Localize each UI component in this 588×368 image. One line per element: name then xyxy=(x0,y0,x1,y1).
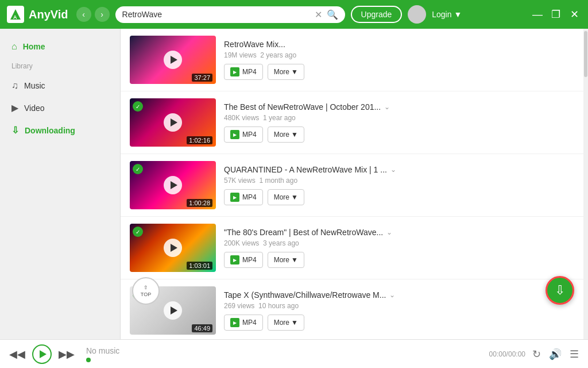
video-meta-4: 200K views 3 years ago xyxy=(224,239,574,247)
bottom-player: ◀◀ ▶▶ No music 00:00/00:00 ↻ 🔊 ☰ xyxy=(0,339,588,368)
thumbnail-2[interactable]: ✓ 1:02:16 xyxy=(130,98,216,147)
sidebar-item-music[interactable]: ♫ Music xyxy=(0,75,120,97)
sidebar-home-label: Home xyxy=(23,42,45,51)
mp4-button-2[interactable]: ▶ MP4 xyxy=(224,126,263,143)
video-title-4: "The 80's Dream" | Best of NewRetroWave.… xyxy=(224,228,383,237)
scroll-top-button[interactable]: ⇧ TOP xyxy=(132,277,160,305)
minimize-button[interactable]: — xyxy=(531,7,544,21)
video-icon: ▶ xyxy=(11,102,18,113)
expand-arrow-2[interactable]: ⌄ xyxy=(384,103,390,111)
video-actions-3: ▶ MP4 More ▼ xyxy=(224,189,574,205)
sidebar: ⌂ Home Library ♫ Music ▶ Video ⇩ Downloa… xyxy=(0,29,121,339)
app-logo: A AnyVid xyxy=(7,6,68,23)
mp4-button-5[interactable]: ▶ MP4 xyxy=(224,315,263,331)
video-actions-2: ▶ MP4 More ▼ xyxy=(224,126,574,143)
expand-arrow-5[interactable]: ⌄ xyxy=(389,291,395,299)
top-label: TOP xyxy=(141,292,151,297)
download-fab-button[interactable]: ⇩ xyxy=(546,276,574,305)
content-area: 37:27 RetroWave Mix... 19M views 2 years… xyxy=(121,29,583,339)
thumbnail-1[interactable]: 37:27 xyxy=(130,36,216,84)
list-item: ✓ 46:49 Tape X (Synthwave/Chillwave/Retr… xyxy=(121,279,583,339)
video-meta-3: 57K views 1 month ago xyxy=(224,177,574,185)
player-next-button[interactable]: ▶▶ xyxy=(59,348,75,361)
video-list: 37:27 RetroWave Mix... 19M views 2 years… xyxy=(121,29,583,339)
search-bar: ✕ 🔍 xyxy=(115,6,345,23)
upgrade-button[interactable]: Upgrade xyxy=(351,6,403,23)
search-input[interactable] xyxy=(122,10,310,19)
forward-button[interactable]: › xyxy=(95,7,110,22)
video-title-5: Tape X (Synthwave/Chillwave/Retrowave M.… xyxy=(224,290,386,300)
window-controls: — ❐ ✕ xyxy=(531,7,581,21)
playlist-button[interactable]: ☰ xyxy=(570,348,579,361)
duration-badge-2: 1:02:16 xyxy=(187,136,212,144)
chevron-down-icon: ▼ xyxy=(291,68,298,76)
sidebar-music-label: Music xyxy=(24,81,45,90)
player-prev-button[interactable]: ◀◀ xyxy=(9,348,25,361)
mp4-button-4[interactable]: ▶ MP4 xyxy=(224,252,263,268)
video-actions-5: ▶ MP4 More ▼ xyxy=(224,315,574,331)
more-button-3[interactable]: More ▼ xyxy=(268,189,304,205)
avatar xyxy=(408,5,426,24)
progress-dot xyxy=(86,358,91,362)
sidebar-item-video[interactable]: ▶ Video xyxy=(0,97,120,119)
player-play-button[interactable] xyxy=(32,344,52,364)
time-display: 00:00/00:00 xyxy=(489,350,525,358)
duration-badge-4: 1:03:01 xyxy=(187,262,212,270)
repeat-button[interactable]: ↻ xyxy=(532,348,541,361)
play-button-4[interactable] xyxy=(164,239,182,257)
volume-button[interactable]: 🔊 xyxy=(549,348,562,361)
video-info-5: Tape X (Synthwave/Chillwave/Retrowave M.… xyxy=(224,290,574,331)
video-meta-1: 19M views 2 years ago xyxy=(224,51,574,59)
home-icon: ⌂ xyxy=(11,41,17,52)
mp4-button-1[interactable]: ▶ MP4 xyxy=(224,64,263,80)
play-button-5[interactable] xyxy=(164,301,182,320)
sidebar-downloading-label: Downloading xyxy=(25,126,75,135)
chevron-down-icon: ▼ xyxy=(291,319,298,327)
duration-badge-3: 1:00:28 xyxy=(187,199,212,207)
search-icon[interactable]: 🔍 xyxy=(327,9,338,20)
expand-arrow-4[interactable]: ⌄ xyxy=(386,228,392,236)
play-button-2[interactable] xyxy=(164,113,182,132)
list-item: ✓ 1:03:01 "The 80's Dream" | Best of New… xyxy=(121,217,583,279)
mp4-icon-1: ▶ xyxy=(230,67,239,76)
more-button-4[interactable]: More ▼ xyxy=(268,252,304,268)
login-button[interactable]: Login ▼ xyxy=(432,10,462,19)
video-actions-4: ▶ MP4 More ▼ xyxy=(224,252,574,268)
maximize-button[interactable]: ❐ xyxy=(549,7,563,21)
play-button-3[interactable] xyxy=(164,176,182,194)
more-button-2[interactable]: More ▼ xyxy=(268,126,304,143)
app-name: AnyVid xyxy=(29,8,68,21)
mp4-icon-4: ▶ xyxy=(230,255,239,264)
video-info-4: "The 80's Dream" | Best of NewRetroWave.… xyxy=(224,228,574,268)
expand-arrow-3[interactable]: ⌄ xyxy=(390,166,396,174)
logo-icon: A xyxy=(7,6,24,23)
thumbnail-3[interactable]: ✓ 1:00:28 xyxy=(130,161,216,209)
no-music-label: No music xyxy=(86,346,478,355)
chevron-down-icon: ▼ xyxy=(291,131,298,139)
list-item: ✓ 1:02:16 The Best of NewRetroWave | Oct… xyxy=(121,91,583,154)
more-button-5[interactable]: More ▼ xyxy=(268,315,304,331)
chevron-down-icon: ▼ xyxy=(454,10,462,19)
video-info-1: RetroWave Mix... 19M views 2 years ago ▶… xyxy=(224,40,574,80)
sidebar-item-downloading[interactable]: ⇩ Downloading xyxy=(0,119,120,141)
search-clear-icon[interactable]: ✕ xyxy=(315,9,322,20)
scrollbar[interactable] xyxy=(583,29,588,339)
main-layout: ⌂ Home Library ♫ Music ▶ Video ⇩ Downloa… xyxy=(0,29,588,339)
thumbnail-4[interactable]: ✓ 1:03:01 xyxy=(130,224,216,272)
close-button[interactable]: ✕ xyxy=(567,7,581,21)
video-actions-1: ▶ MP4 More ▼ xyxy=(224,64,574,80)
back-button[interactable]: ‹ xyxy=(76,7,91,22)
chevron-down-icon: ▼ xyxy=(291,193,298,201)
mp4-icon-2: ▶ xyxy=(230,130,239,139)
video-title-2: The Best of NewRetroWave | October 201..… xyxy=(224,102,381,112)
svg-text:A: A xyxy=(13,14,17,20)
more-button-1[interactable]: More ▼ xyxy=(268,64,304,80)
play-button-1[interactable] xyxy=(164,51,182,69)
list-item: ✓ 1:00:28 QUARANTINED - A NewRetroWave M… xyxy=(121,154,583,217)
music-icon: ♫ xyxy=(11,80,18,91)
scrollbar-thumb[interactable] xyxy=(584,31,587,77)
mp4-button-3[interactable]: ▶ MP4 xyxy=(224,189,263,205)
sidebar-item-home[interactable]: ⌂ Home xyxy=(0,36,120,57)
video-info-2: The Best of NewRetroWave | October 201..… xyxy=(224,102,574,143)
video-meta-5: 269 views 10 hours ago xyxy=(224,302,574,310)
